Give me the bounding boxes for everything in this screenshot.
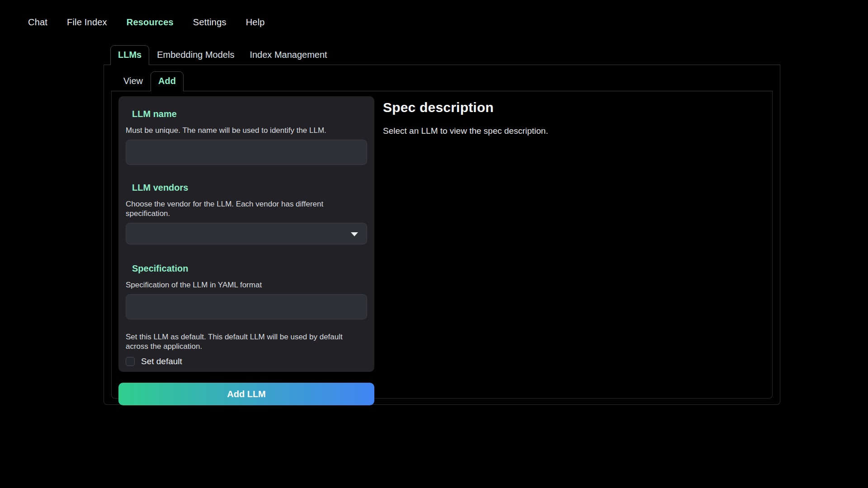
add-llm-tab-body: LLM name Must be unique. The name will b… bbox=[111, 91, 773, 399]
tab-view[interactable]: View bbox=[116, 71, 151, 91]
nav-item-settings[interactable]: Settings bbox=[193, 17, 226, 28]
llm-vendor-select[interactable] bbox=[126, 223, 367, 244]
spec-description-panel: Spec description Select an LLM to view t… bbox=[374, 96, 766, 136]
tab-llms[interactable]: LLMs bbox=[110, 45, 149, 65]
tab-index-management[interactable]: Index Management bbox=[242, 45, 335, 65]
llm-subtabs: View Add bbox=[111, 71, 773, 91]
tab-add[interactable]: Add bbox=[151, 71, 184, 91]
specification-description: Specification of the LLM in YAML format bbox=[126, 280, 367, 290]
llm-vendors-label: LLM vendors bbox=[132, 183, 367, 193]
spec-description-placeholder: Select an LLM to view the spec descripti… bbox=[383, 126, 766, 136]
nav-item-chat[interactable]: Chat bbox=[28, 17, 47, 28]
llm-name-input[interactable] bbox=[126, 140, 367, 165]
llm-vendors-description: Choose the vendor for the LLM. Each vend… bbox=[126, 199, 367, 218]
specification-input[interactable] bbox=[126, 294, 367, 319]
add-llm-button[interactable]: Add LLM bbox=[118, 383, 374, 405]
spec-description-title: Spec description bbox=[383, 100, 766, 115]
add-llm-card: LLM name Must be unique. The name will b… bbox=[118, 96, 374, 372]
chevron-down-icon bbox=[351, 232, 358, 236]
add-llm-form: LLM name Must be unique. The name will b… bbox=[118, 96, 374, 405]
tab-embedding-models[interactable]: Embedding Models bbox=[149, 45, 242, 65]
set-default-description: Set this LLM as default. This default LL… bbox=[126, 332, 365, 351]
nav-item-resources[interactable]: Resources bbox=[127, 17, 174, 28]
set-default-checkbox[interactable] bbox=[126, 357, 135, 366]
resource-tabs: LLMs Embedding Models Index Management bbox=[104, 45, 780, 65]
top-navigation: Chat File Index Resources Settings Help bbox=[0, 0, 868, 33]
set-default-row: Set default bbox=[126, 357, 367, 366]
nav-item-file-index[interactable]: File Index bbox=[67, 17, 107, 28]
llms-tab-body: View Add LLM name Must be unique. The na… bbox=[104, 65, 780, 405]
llm-name-description: Must be unique. The name will be used to… bbox=[126, 126, 367, 135]
resources-panel: LLMs Embedding Models Index Management V… bbox=[104, 45, 780, 404]
nav-item-help[interactable]: Help bbox=[246, 17, 265, 28]
llm-name-label: LLM name bbox=[132, 109, 367, 119]
specification-label: Specification bbox=[132, 263, 367, 274]
set-default-label: Set default bbox=[141, 357, 182, 366]
